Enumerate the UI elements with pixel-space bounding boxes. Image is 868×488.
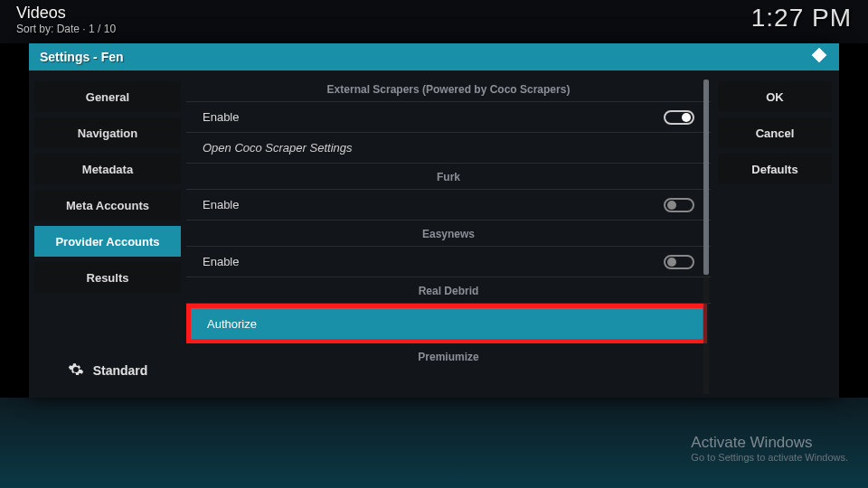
gear-icon — [68, 361, 84, 380]
sidebar-item-general[interactable]: General — [34, 81, 181, 112]
row-label: Enable — [203, 198, 239, 211]
section-header-real-debrid: Real Debrid — [186, 277, 711, 304]
scrollbar-thumb[interactable] — [703, 80, 709, 275]
toggle-off-icon[interactable] — [664, 198, 694, 212]
section-header-premiumize: Premiumize — [186, 343, 711, 369]
highlight-callout: Authorize — [186, 304, 707, 343]
action-buttons: OK Cancel Defaults — [711, 70, 839, 398]
section-header-external-scrapers: External Scrapers (Powered by Coco Scrap… — [186, 78, 711, 102]
sidebar-item-meta-accounts[interactable]: Meta Accounts — [34, 190, 181, 221]
row-external-enable[interactable]: Enable — [186, 102, 711, 133]
ok-button[interactable]: OK — [718, 81, 832, 112]
row-label: Enable — [203, 255, 239, 268]
scrollbar[interactable] — [703, 80, 709, 394]
kodi-logo-icon — [810, 46, 828, 68]
settings-content: External Scrapers (Powered by Coco Scrap… — [186, 70, 711, 398]
settings-window: Settings - Fen General Navigation Metada… — [29, 43, 839, 398]
toggle-on-icon[interactable] — [664, 110, 694, 125]
section-header-easynews: Easynews — [186, 221, 711, 247]
window-title: Settings - Fen — [40, 50, 124, 64]
top-bar: Videos Sort by: Date · 1 / 10 1:27 PM — [16, 4, 852, 35]
cancel-button[interactable]: Cancel — [718, 117, 832, 148]
settings-level-toggle[interactable]: Standard — [34, 354, 181, 387]
row-furk-enable[interactable]: Enable — [186, 190, 711, 221]
sidebar-item-metadata[interactable]: Metadata — [34, 154, 181, 184]
row-easynews-enable[interactable]: Enable — [186, 247, 711, 277]
window-titlebar: Settings - Fen — [29, 43, 839, 70]
sidebar-item-navigation[interactable]: Navigation — [34, 117, 181, 148]
section-header-furk: Furk — [186, 164, 711, 190]
breadcrumb-subtitle: Sort by: Date · 1 / 10 — [16, 23, 116, 35]
row-label: Open Coco Scraper Settings — [203, 141, 352, 155]
watermark-line2: Go to Settings to activate Windows. — [691, 452, 848, 463]
sidebar-item-results[interactable]: Results — [34, 262, 181, 293]
watermark-line1: Activate Windows — [691, 434, 848, 452]
row-label: Enable — [203, 110, 239, 124]
row-rd-authorize[interactable]: Authorize — [191, 308, 703, 339]
row-open-coco-settings[interactable]: Open Coco Scraper Settings — [186, 133, 711, 164]
row-label: Authorize — [207, 317, 257, 331]
defaults-button[interactable]: Defaults — [718, 154, 832, 184]
toggle-off-icon[interactable] — [664, 255, 694, 269]
sidebar-item-provider-accounts[interactable]: Provider Accounts — [34, 226, 181, 257]
settings-level-label: Standard — [93, 363, 148, 378]
category-sidebar: General Navigation Metadata Meta Account… — [29, 70, 186, 398]
breadcrumb-title: Videos — [16, 4, 116, 23]
clock: 1:27 PM — [751, 4, 852, 33]
windows-activation-watermark: Activate Windows Go to Settings to activ… — [691, 434, 848, 463]
